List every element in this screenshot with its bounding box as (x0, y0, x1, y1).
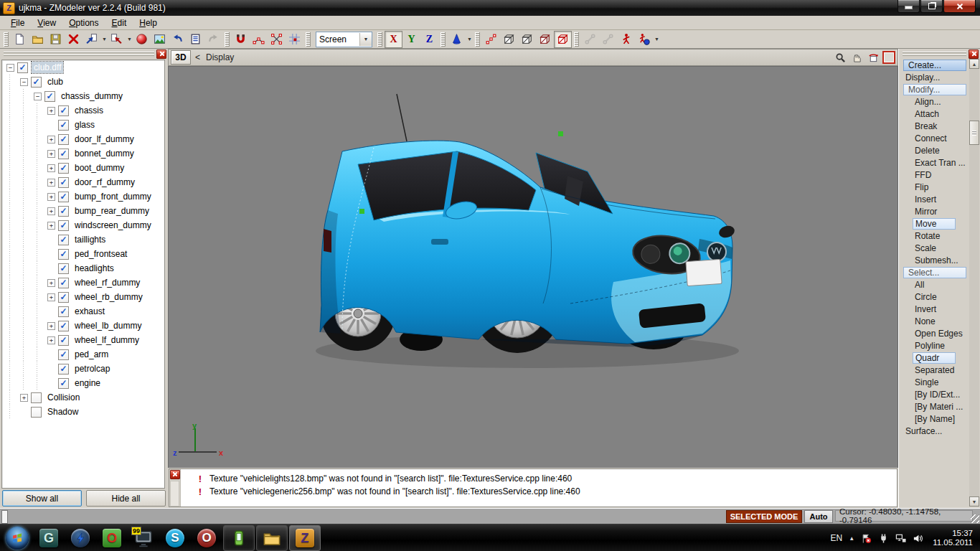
action-center-icon[interactable] (861, 533, 872, 544)
command-polyline[interactable]: Polyline (900, 339, 969, 352)
command--by-materi-[interactable]: [By Materi ... (900, 400, 969, 413)
command-none[interactable]: None (900, 315, 969, 327)
volume-icon[interactable] (913, 533, 923, 544)
command--by-name-[interactable]: [By Name] (900, 413, 969, 425)
command-attach[interactable]: Attach (900, 108, 969, 120)
command-select-[interactable]: Select... (900, 266, 969, 278)
visibility-checkbox[interactable]: ✓ (17, 62, 28, 73)
gizmo-arrow-button[interactable] (448, 31, 466, 48)
expander-plus-icon[interactable]: + (20, 394, 28, 402)
resize-grip[interactable] (971, 514, 979, 523)
expander-minus-icon[interactable]: − (6, 64, 14, 72)
command-create-[interactable]: Create... (900, 59, 969, 71)
restore-button[interactable] (920, 0, 943, 13)
save-button[interactable] (47, 31, 65, 48)
power-icon[interactable] (878, 533, 889, 544)
tree-item-glass[interactable]: ✓glass (2, 118, 164, 132)
log-panel-close-button[interactable] (170, 470, 180, 479)
expander-plus-icon[interactable]: + (47, 322, 55, 330)
tree-item-door_lf_dummy[interactable]: +✓door_lf_dummy (2, 132, 164, 146)
axis-y-toggle[interactable]: Y (402, 31, 420, 48)
command-rotate[interactable]: Rotate (900, 230, 969, 242)
expander-plus-icon[interactable]: + (47, 107, 55, 115)
objects-mode-button[interactable] (554, 31, 572, 48)
tree-item-bonnet_dummy[interactable]: +✓bonnet_dummy (2, 146, 164, 161)
morph-mode-button[interactable] (635, 31, 653, 48)
tree-item-taillights[interactable]: ✓taillights (2, 232, 164, 247)
menu-help[interactable]: Help (133, 17, 164, 29)
command-submesh-[interactable]: Submesh... (900, 254, 969, 266)
open-file-button[interactable] (29, 31, 47, 48)
magnet-tool-button[interactable] (232, 31, 250, 48)
command-display-[interactable]: Display... (900, 71, 969, 83)
command-exact-tran-[interactable]: Exact Tran ... (900, 156, 969, 169)
command-panel-close-button[interactable] (969, 50, 979, 59)
tree-item-windscreen_dummy[interactable]: +✓windscreen_dummy (2, 218, 164, 232)
toolbar-grip[interactable] (225, 32, 230, 47)
visibility-checkbox[interactable]: ✓ (58, 278, 69, 288)
command-connect[interactable]: Connect (900, 132, 969, 144)
expander-plus-icon[interactable]: + (47, 193, 55, 201)
start-button[interactable] (6, 527, 29, 550)
dropdown-arrow-icon[interactable]: ▼ (466, 37, 473, 42)
command-break[interactable]: Break (900, 120, 969, 132)
tree-item-ped_arm[interactable]: ✓ped_arm (2, 347, 164, 362)
zmodeler-icon[interactable]: Z (289, 525, 321, 551)
teal-app-icon[interactable]: G (34, 526, 64, 550)
import-button[interactable] (83, 31, 100, 48)
visibility-checkbox[interactable]: ✓ (44, 91, 55, 102)
axis-x-toggle[interactable]: X (385, 31, 402, 48)
weld-vertices-button[interactable] (250, 31, 268, 48)
visibility-checkbox[interactable]: ✓ (58, 177, 69, 188)
network-icon[interactable] (895, 533, 906, 544)
tree-item-shadow[interactable]: Shadow (2, 405, 164, 419)
car-model[interactable] (169, 67, 897, 468)
tree-item-bump_rear_dummy[interactable]: +✓bump_rear_dummy (2, 204, 164, 218)
toolbar-grip[interactable] (306, 32, 311, 47)
view-mode-label[interactable]: Display (206, 52, 234, 62)
visibility-checkbox[interactable]: ✓ (58, 349, 69, 360)
expander-plus-icon[interactable]: + (47, 222, 55, 230)
visibility-checkbox[interactable]: ✓ (58, 249, 69, 260)
snap-grid-button[interactable] (286, 31, 303, 48)
export-button[interactable] (108, 31, 126, 48)
tree-item-wheel_rb_dummy[interactable]: +✓wheel_rb_dummy (2, 290, 164, 304)
expander-minus-icon[interactable]: − (20, 78, 28, 86)
texture-browser-button[interactable] (151, 31, 169, 48)
visibility-checkbox[interactable]: ✓ (58, 306, 69, 317)
visibility-checkbox[interactable]: ✓ (58, 321, 69, 331)
command-modify-[interactable]: Modify... (900, 83, 969, 95)
show-all-button[interactable]: Show all (2, 490, 82, 507)
visibility-checkbox[interactable]: ✓ (58, 105, 69, 116)
command-align-[interactable]: Align... (900, 95, 969, 108)
skype-icon[interactable]: S (160, 526, 190, 550)
daemon-tools-icon[interactable] (65, 526, 95, 550)
visibility-checkbox[interactable]: ✓ (58, 378, 69, 389)
tree-item-chassis_dummy[interactable]: −✓chassis_dummy (2, 89, 164, 103)
visibility-checkbox[interactable]: ✓ (58, 134, 69, 145)
scroll-up-button[interactable]: ▲ (969, 59, 979, 69)
visibility-checkbox[interactable]: ✓ (58, 192, 69, 202)
new-file-button[interactable] (11, 31, 29, 48)
maximize-view-button[interactable] (882, 51, 895, 64)
expander-plus-icon[interactable]: + (47, 164, 55, 172)
visibility-checkbox[interactable]: ✓ (58, 263, 69, 274)
tree-item-wheel_lf_dummy[interactable]: +✓wheel_lf_dummy (2, 333, 164, 347)
command-all[interactable]: All (900, 278, 969, 291)
dropdown-arrow-icon[interactable]: ▼ (126, 37, 133, 42)
visibility-checkbox[interactable]: ✓ (58, 235, 69, 245)
command-panel-grip[interactable] (903, 52, 966, 57)
hide-all-button[interactable]: Hide all (86, 490, 166, 507)
expander-plus-icon[interactable]: + (47, 336, 55, 344)
explorer-icon[interactable] (256, 525, 288, 551)
vertices-mode-button[interactable] (482, 31, 500, 48)
expander-plus-icon[interactable]: + (47, 150, 55, 158)
orbit-tool-icon[interactable] (866, 51, 880, 64)
command-circle[interactable]: Circle (900, 291, 969, 303)
command-ffd[interactable]: FFD (900, 169, 969, 181)
toolbar-grip[interactable] (440, 32, 446, 47)
minimize-button[interactable] (897, 0, 920, 13)
tree-item-club.dff[interactable]: −✓club.dff (2, 60, 164, 75)
tree-item-ped_frontseat[interactable]: ✓ped_frontseat (2, 247, 164, 261)
language-indicator[interactable]: EN (831, 533, 843, 543)
